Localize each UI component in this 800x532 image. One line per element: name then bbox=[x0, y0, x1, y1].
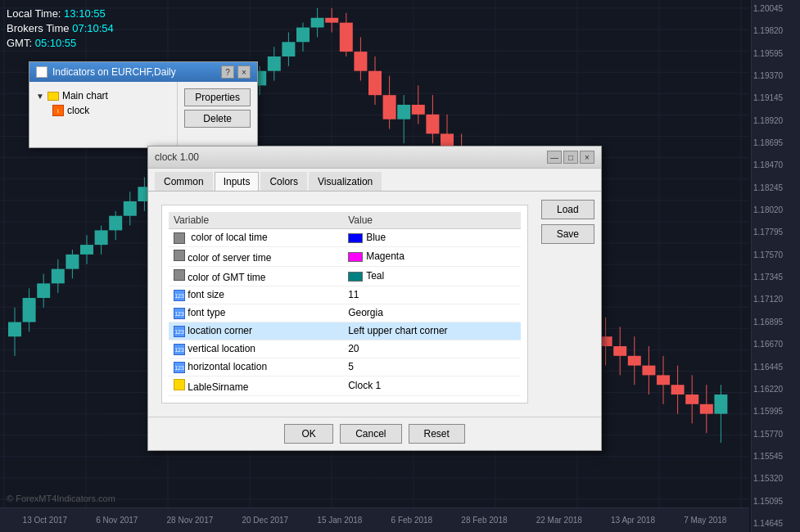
local-time-label: Local Time: bbox=[7, 7, 61, 20]
local-time-value: 13:10:55 bbox=[64, 7, 106, 20]
tab-common[interactable]: Common bbox=[155, 172, 213, 191]
maximize-button[interactable]: □ bbox=[563, 151, 578, 164]
indicators-layout: ▼ Main chart i clock Properties Delete bbox=[29, 82, 257, 147]
dialog-content: Variable Value color of local time Blue bbox=[148, 192, 601, 417]
indicators-close-button[interactable]: × bbox=[237, 65, 251, 79]
tab-inputs[interactable]: Inputs bbox=[215, 172, 260, 191]
col-variable: Variable bbox=[169, 212, 343, 229]
row-icon-num2: 123 bbox=[174, 308, 185, 319]
row-icon-num5: 123 bbox=[174, 362, 185, 373]
properties-table-container: Variable Value color of local time Blue bbox=[161, 205, 528, 404]
main-chart-label: Main chart bbox=[62, 90, 108, 101]
clock-overlay: Local Time: 13:10:55 Brokers Time 07:10:… bbox=[7, 7, 114, 52]
table-row[interactable]: color of GMT time Teal bbox=[169, 266, 521, 286]
magenta-swatch bbox=[348, 252, 363, 262]
watermark: © ForexMT4Indicators.com bbox=[7, 494, 115, 503]
table-row[interactable]: 123 horizontal location 5 bbox=[169, 358, 521, 376]
properties-table: Variable Value color of local time Blue bbox=[169, 212, 521, 396]
indicators-dialog: Indicators on EURCHF,Daily ? × ▼ Main ch… bbox=[29, 61, 258, 148]
row-icon-num4: 123 bbox=[174, 344, 185, 355]
clock-dialog: clock 1.00 — □ × Common Inputs Colors Vi… bbox=[147, 146, 602, 451]
clock-dialog-title: clock 1.00 bbox=[155, 151, 199, 163]
dialog-footer: OK Cancel Reset bbox=[148, 417, 601, 450]
properties-button[interactable]: Properties bbox=[184, 88, 251, 106]
gmt-label: GMT: bbox=[7, 37, 32, 49]
gmt-time-value: 05:10:55 bbox=[35, 37, 77, 49]
indicators-tree: ▼ Main chart i clock bbox=[29, 82, 178, 147]
indicators-dialog-icon bbox=[36, 66, 47, 78]
row-icon-num1: 123 bbox=[174, 290, 185, 301]
blue-swatch bbox=[348, 233, 363, 243]
load-button[interactable]: Load bbox=[541, 200, 594, 219]
reset-button[interactable]: Reset bbox=[409, 424, 465, 444]
close-dialog-button[interactable]: × bbox=[580, 151, 594, 164]
indicators-dialog-title: Indicators on EURCHF,Daily bbox=[52, 66, 176, 78]
tree-main-chart[interactable]: ▼ Main chart bbox=[36, 88, 170, 103]
folder-icon bbox=[47, 92, 59, 101]
teal-swatch bbox=[348, 272, 363, 282]
tab-visualization[interactable]: Visualization bbox=[309, 172, 382, 191]
ok-button[interactable]: OK bbox=[284, 424, 333, 444]
tabs-bar: Common Inputs Colors Visualization bbox=[148, 169, 601, 192]
clock-title-bar: clock 1.00 — □ × bbox=[148, 147, 601, 169]
table-row[interactable]: 123 font size 11 bbox=[169, 286, 521, 304]
table-row[interactable]: color of local time Blue bbox=[169, 229, 521, 247]
table-row[interactable]: color of server time Magenta bbox=[169, 246, 521, 266]
minimize-button[interactable]: — bbox=[547, 151, 562, 164]
col-value: Value bbox=[343, 212, 520, 229]
table-row[interactable]: 123 vertical location 20 bbox=[169, 340, 521, 358]
indicators-buttons: Properties Delete bbox=[178, 82, 257, 147]
broker-time-label: Brokers Time bbox=[7, 22, 70, 34]
row-icon-label bbox=[174, 379, 185, 390]
date-axis: 13 Oct 2017 6 Nov 2017 28 Nov 2017 20 De… bbox=[0, 507, 749, 532]
row-icon-color2 bbox=[174, 250, 185, 261]
broker-time-value: 07:10:54 bbox=[72, 22, 114, 34]
price-axis: 1.20045 1.19820 1.19595 1.19370 1.19145 … bbox=[751, 0, 800, 532]
table-row-highlighted[interactable]: 123 location corner Left upper chart cor… bbox=[169, 322, 521, 340]
tree-clock-item[interactable]: i clock bbox=[52, 103, 170, 118]
row-icon-num3: 123 bbox=[174, 326, 185, 337]
table-row[interactable]: 123 font type Georgia bbox=[169, 304, 521, 322]
indicators-title-bar: Indicators on EURCHF,Daily ? × bbox=[29, 62, 257, 82]
cancel-button[interactable]: Cancel bbox=[340, 424, 401, 444]
row-icon-color bbox=[174, 232, 185, 244]
indicators-help-button[interactable]: ? bbox=[221, 65, 234, 79]
save-button[interactable]: Save bbox=[541, 224, 594, 244]
tab-colors[interactable]: Colors bbox=[260, 172, 307, 191]
delete-button[interactable]: Delete bbox=[184, 110, 251, 128]
clock-indicator-icon: i bbox=[52, 105, 64, 116]
clock-label-tree: clock bbox=[67, 105, 89, 116]
side-buttons: Load Save bbox=[541, 198, 594, 410]
table-row[interactable]: LableSirname Clock 1 bbox=[169, 376, 521, 395]
row-icon-color3 bbox=[174, 269, 185, 281]
